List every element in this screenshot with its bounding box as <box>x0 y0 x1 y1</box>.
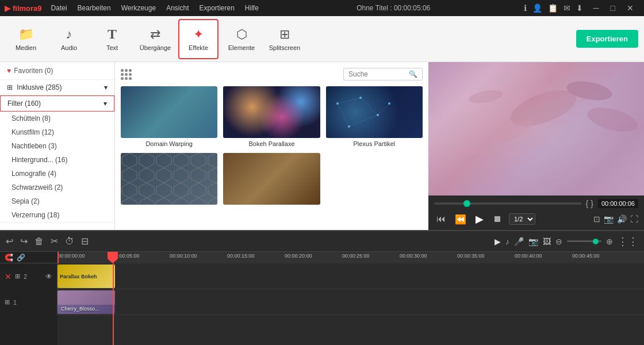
menu-exportieren[interactable]: Exportieren <box>194 3 239 13</box>
zoom-thumb <box>593 239 599 244</box>
export-button[interactable]: Exportieren <box>576 30 638 48</box>
dot-grid-icon <box>121 69 132 80</box>
main-area: ♥ Favoriten (0) ⊞ Inklusive (285) ▾ Filt… <box>0 62 644 230</box>
effect-domain-warping[interactable]: Domain Warping <box>121 86 217 147</box>
plus-icon[interactable]: ⊕ <box>606 237 613 246</box>
track1-label: ⊞ 1 <box>0 289 57 315</box>
clip-parallax-label: Parallax Bokeh <box>60 274 97 279</box>
stop-button[interactable]: ⏹ <box>490 213 504 225</box>
heart-icon: ♥ <box>7 67 11 75</box>
split-icon[interactable]: ⋮⋮ <box>618 235 638 248</box>
preview-slider[interactable] <box>434 202 581 205</box>
effect-label-plexus: Plexus Partikel <box>326 140 423 147</box>
menu-bearbeiten[interactable]: Bearbeiten <box>73 3 116 13</box>
download-icon[interactable]: ⬇ <box>576 3 583 13</box>
notification-icon[interactable]: 📋 <box>548 3 558 13</box>
message-icon[interactable]: ✉ <box>564 3 570 13</box>
minimize-button[interactable]: ─ <box>588 3 605 13</box>
svg-line-9 <box>378 103 389 115</box>
step-back-button[interactable]: ⏪ <box>453 213 469 226</box>
filter-nachtleben[interactable]: Nachtleben (3) <box>0 139 114 153</box>
link-icon[interactable]: 🔗 <box>17 254 25 262</box>
bracket-right[interactable]: } <box>591 199 593 208</box>
effect-thumb-plexus <box>326 86 423 138</box>
zoom-select[interactable]: 1/2 <box>509 213 535 225</box>
menu-datei[interactable]: Datei <box>47 3 72 13</box>
info-icon[interactable]: ℹ <box>524 3 527 13</box>
snapshot-icon[interactable]: 📷 <box>604 214 614 224</box>
timer-button[interactable]: ⏱ <box>65 236 74 247</box>
account-icon[interactable]: 👤 <box>532 3 542 13</box>
menu-werkzeuge[interactable]: Werkzeuge <box>117 3 160 13</box>
audio-button[interactable]: ♪ Audio <box>49 19 89 59</box>
filter-subsections: Schütteln (8) Kunstfilm (12) Nachtleben … <box>0 112 114 222</box>
delete-button[interactable]: 🗑 <box>34 236 44 247</box>
filter-header[interactable]: Filter (160) ▾ <box>0 95 114 112</box>
effect-texture[interactable] <box>223 153 320 207</box>
effects-header: 🔍 <box>121 68 423 80</box>
effect-bokeh-parallaxe[interactable]: Bokeh Parallaxe <box>223 86 320 147</box>
timeline-content: 00:00:00:00 00:00:05:00 00:00:10:00 00:0… <box>57 252 644 345</box>
effect-honeycomb[interactable] <box>121 153 217 207</box>
clip-parallax-bokeh[interactable]: Parallax Bokeh <box>57 264 115 288</box>
camera-icon[interactable]: 📷 <box>528 237 538 246</box>
clip-cherry-label: Cherry_Blosso... <box>61 306 99 312</box>
magnet-icon[interactable]: 🧲 <box>5 254 13 262</box>
close-button[interactable]: ✕ <box>621 3 639 13</box>
track-top-controls: 🧲 🔗 <box>0 252 57 263</box>
clip-cherry-blossom[interactable]: Cherry_Blosso... <box>57 290 115 314</box>
minus-icon[interactable]: ⊖ <box>555 237 562 246</box>
inklusive-header[interactable]: ⊞ Inklusive (285) ▾ <box>0 80 114 95</box>
search-input[interactable] <box>348 70 406 78</box>
filter-lomografie[interactable]: Lomografie (4) <box>0 167 114 181</box>
medien-button[interactable]: 📁 Medien <box>6 19 46 59</box>
fullscreen-icon[interactable]: ⛶ <box>630 214 638 224</box>
filter-sepia[interactable]: Sepia (2) <box>0 194 114 208</box>
favorites-section[interactable]: ♥ Favoriten (0) <box>0 62 114 80</box>
ruler-mark-30: 00:00:30:00 <box>400 253 427 259</box>
preview-video <box>428 62 644 195</box>
menu-hilfe[interactable]: Hilfe <box>240 3 263 13</box>
effekte-icon: ✦ <box>193 27 204 42</box>
undo-button[interactable]: ↩ <box>6 236 13 247</box>
uebergaenge-button[interactable]: ⇄ Übergänge <box>135 19 175 59</box>
zoom-slider <box>567 240 601 242</box>
search-box[interactable]: 🔍 <box>343 68 423 80</box>
svg-rect-11 <box>121 153 217 205</box>
splitscreen-button[interactable]: ⊞ Splitscreen <box>264 19 305 59</box>
effekte-button[interactable]: ✦ Effekte <box>178 19 218 59</box>
filter-hintergrund[interactable]: Hintergrund... (16) <box>0 153 114 167</box>
mic-icon[interactable]: 🎤 <box>514 237 524 246</box>
uebergaenge-label: Übergänge <box>140 44 171 51</box>
effect-plexus-partikel[interactable]: Plexus Partikel <box>326 86 423 147</box>
bracket-left[interactable]: { <box>586 199 589 208</box>
effects-panel: 🔍 Domain Warping Bokeh Parallaxe <box>115 62 428 230</box>
track2-eye-icon[interactable]: 👁 <box>45 273 52 281</box>
redo-button[interactable]: ↪ <box>20 236 28 247</box>
effect-label-domain: Domain Warping <box>121 140 217 147</box>
preview-slider-thumb <box>463 200 470 207</box>
filter-schwarzweiss[interactable]: Schwarzweiß (2) <box>0 181 114 194</box>
fullscreen-aspect-icon[interactable]: ⊡ <box>593 214 600 224</box>
picture-icon[interactable]: 🖼 <box>543 237 551 246</box>
video-clip-icon[interactable]: ▶ <box>494 237 501 246</box>
volume-icon[interactable]: 🔊 <box>617 214 627 224</box>
timeline-ruler: 00:00:00:00 00:00:05:00 00:00:10:00 00:0… <box>57 252 644 263</box>
settings-button[interactable]: ⊟ <box>81 236 89 247</box>
skip-back-button[interactable]: ⏮ <box>434 213 448 225</box>
audio-clip-icon[interactable]: ♪ <box>505 237 509 246</box>
zoom-track[interactable] <box>567 240 601 242</box>
medien-icon: 📁 <box>18 27 34 42</box>
audio-icon: ♪ <box>66 27 72 42</box>
elemente-button[interactable]: ⬡ Elemente <box>221 19 262 59</box>
track2-number: 2 <box>24 273 27 280</box>
menu-ansicht[interactable]: Ansicht <box>162 3 193 13</box>
filter-schuetteln[interactable]: Schütteln (8) <box>0 112 114 125</box>
maximize-button[interactable]: □ <box>605 3 621 13</box>
cut-button[interactable]: ✂ <box>51 236 58 247</box>
filter-verzerrung[interactable]: Verzerrung (18) <box>0 208 114 222</box>
text-button[interactable]: T Text <box>92 19 132 59</box>
ruler-mark-0: 00:00:00:00 <box>57 253 85 259</box>
filter-kunstfilm[interactable]: Kunstfilm (12) <box>0 125 114 139</box>
play-button[interactable]: ▶ <box>473 212 486 227</box>
